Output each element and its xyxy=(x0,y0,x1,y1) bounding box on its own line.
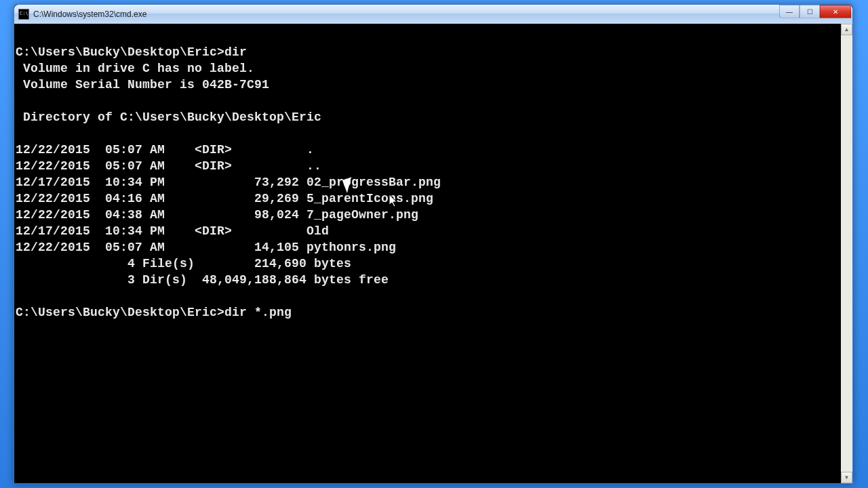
window-title: C:\Windows\system32\cmd.exe xyxy=(33,9,146,19)
term-line: 12/17/2015 10:34 PM 73,292 02_progressBa… xyxy=(16,176,441,189)
scroll-up-button[interactable]: ▲ xyxy=(841,24,852,35)
term-line: 4 File(s) 214,690 bytes xyxy=(16,257,351,270)
term-line: 12/22/2015 05:07 AM 14,105 pythonrs.png xyxy=(16,241,396,254)
term-line: Volume Serial Number is 042B-7C91 xyxy=(16,78,269,92)
term-line: Directory of C:\Users\Bucky\Desktop\Eric xyxy=(16,110,321,124)
cmd-window: C:\Windows\system32\cmd.exe — ☐ ✕ C:\Use… xyxy=(14,4,853,484)
cmd-icon xyxy=(18,9,29,20)
terminal-output[interactable]: C:\Users\Bucky\Desktop\Eric>dir Volume i… xyxy=(14,24,852,483)
term-line: 12/17/2015 10:34 PM <DIR> Old xyxy=(16,224,329,238)
scroll-down-button[interactable]: ▼ xyxy=(841,472,852,483)
window-controls: — ☐ ✕ xyxy=(779,5,851,18)
scroll-track[interactable] xyxy=(841,35,852,472)
vertical-scrollbar[interactable]: ▲ ▼ xyxy=(841,24,852,483)
close-button[interactable]: ✕ xyxy=(820,5,851,18)
term-line: C:\Users\Bucky\Desktop\Eric>dir xyxy=(16,45,247,59)
minimize-button[interactable]: — xyxy=(779,5,800,18)
titlebar[interactable]: C:\Windows\system32\cmd.exe — ☐ ✕ xyxy=(14,5,852,24)
term-line: 12/22/2015 05:07 AM <DIR> .. xyxy=(16,159,321,173)
term-line: 3 Dir(s) 48,049,188,864 bytes free xyxy=(16,273,389,287)
term-line: 12/22/2015 05:07 AM <DIR> . xyxy=(16,143,314,157)
term-line: C:\Users\Bucky\Desktop\Eric>dir *.png xyxy=(16,306,292,319)
maximize-button[interactable]: ☐ xyxy=(800,5,820,18)
term-line: Volume in drive C has no label. xyxy=(16,62,254,75)
term-line: 12/22/2015 04:38 AM 98,024 7_pageOwner.p… xyxy=(16,208,418,222)
term-line: 12/22/2015 04:16 AM 29,269 5_parentIcons… xyxy=(16,192,433,205)
